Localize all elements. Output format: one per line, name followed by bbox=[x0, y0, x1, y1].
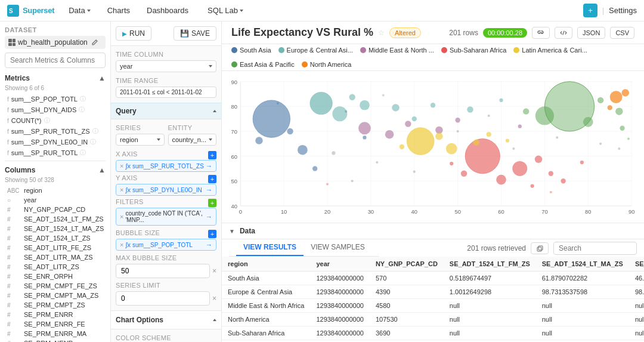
link-button[interactable] bbox=[532, 27, 550, 39]
bubble-arrow-icon[interactable]: → bbox=[206, 241, 212, 248]
tab-view-results[interactable]: VIEW RESULTS bbox=[236, 239, 304, 256]
columns-collapse-icon[interactable]: ▲ bbox=[98, 166, 106, 174]
column-item[interactable]: ABC region bbox=[5, 186, 106, 195]
star-icon[interactable]: ☆ bbox=[378, 29, 385, 37]
cell-se-adt-lt: null bbox=[629, 299, 644, 313]
metric-item[interactable]: f sum__SP_DYN_LE0O_IN ⓘ bbox=[5, 137, 106, 147]
table-row: North America 1293840000000 107530 null … bbox=[222, 313, 644, 326]
y-axis-arrow-icon[interactable]: → bbox=[206, 186, 212, 193]
column-item[interactable]: # NY_GNP_PCAP_CD bbox=[5, 205, 106, 214]
metric-info-icon[interactable]: ⓘ bbox=[44, 116, 50, 125]
nav-dashboards[interactable]: Dashboards bbox=[142, 0, 193, 21]
y-axis-field[interactable]: × ∫x sum__SP_DYN_LE0O_IN → bbox=[116, 184, 216, 196]
svg-point-63 bbox=[450, 162, 453, 165]
query-collapse-icon[interactable] bbox=[213, 110, 216, 112]
settings-button[interactable]: Settings bbox=[609, 6, 637, 15]
metric-info-icon[interactable]: ⓘ bbox=[92, 127, 98, 135]
metric-item[interactable]: f sum__SP_RUR_TOTL ⓘ bbox=[5, 147, 106, 158]
svg-point-91 bbox=[618, 147, 620, 150]
metrics-search-input[interactable] bbox=[5, 53, 106, 68]
y-axis-remove-icon[interactable]: × bbox=[120, 186, 123, 193]
svg-point-95 bbox=[550, 191, 552, 193]
data-header[interactable]: ▼ Data bbox=[222, 223, 644, 239]
column-item[interactable]: # SE_PRM_ENRR_MA bbox=[5, 329, 106, 338]
nav-sqllab[interactable]: SQL Lab bbox=[203, 0, 248, 21]
cell-se-adt-ma: 61.8790702282 bbox=[536, 272, 629, 285]
column-item[interactable]: # SE_PRM_CMPT_ZS bbox=[5, 300, 106, 310]
column-item[interactable]: # SE_PRM_CMPT_FE_ZS bbox=[5, 281, 106, 291]
series-select[interactable]: region bbox=[116, 134, 165, 146]
nav-data[interactable]: Data bbox=[64, 0, 95, 21]
filter-remove-icon[interactable]: × bbox=[120, 213, 123, 220]
save-button[interactable]: 💾 SAVE bbox=[174, 26, 216, 41]
data-search-input[interactable] bbox=[553, 242, 637, 255]
metric-item[interactable]: f sum__SP_POP_TOTL ⓘ bbox=[5, 94, 106, 104]
column-item[interactable]: ○ year bbox=[5, 195, 106, 205]
metric-info-icon[interactable]: ⓘ bbox=[90, 138, 96, 146]
column-item[interactable]: # SE_PRM_ENRR bbox=[5, 310, 106, 319]
x-axis-field[interactable]: × ∫x sum__SP_RUR_TOTL_ZS → bbox=[116, 160, 216, 172]
metric-item[interactable]: f COUNT(*) ⓘ bbox=[5, 115, 106, 126]
column-item[interactable]: # SE_PRM_ENRR_FE bbox=[5, 319, 106, 329]
svg-point-58 bbox=[535, 156, 542, 163]
x-axis-remove-icon[interactable]: × bbox=[120, 162, 123, 170]
y-axis-add-button[interactable]: + bbox=[208, 175, 216, 183]
svg-point-93 bbox=[382, 94, 385, 97]
column-item[interactable]: # SE_PRM_CMPT_MA_ZS bbox=[5, 291, 106, 300]
x-axis-arrow-icon[interactable]: → bbox=[206, 162, 212, 170]
col-type: # bbox=[7, 273, 21, 280]
chart-options-header[interactable]: Chart Options bbox=[111, 310, 221, 329]
bubble-size-field[interactable]: × ∫x sum__SP_POP_TOTL → bbox=[116, 239, 216, 251]
query-section-header[interactable]: Query bbox=[111, 103, 221, 119]
filter-field[interactable]: × country_code NOT IN ('TCA', 'MNP... → bbox=[116, 208, 216, 226]
filter-add-button[interactable]: + bbox=[208, 199, 216, 207]
csv-button[interactable]: CSV bbox=[610, 27, 634, 39]
nav-charts[interactable]: Charts bbox=[105, 0, 132, 21]
chart-options-chevron[interactable] bbox=[213, 319, 216, 321]
metric-info-icon[interactable]: ⓘ bbox=[79, 106, 85, 114]
json-button[interactable]: JSON bbox=[577, 27, 605, 39]
column-item[interactable]: # SE_ADT_LITR_FE_ZS bbox=[5, 243, 106, 252]
max-bubble-size-input[interactable] bbox=[116, 264, 210, 278]
column-item[interactable]: # SE_ADT_1524_LT_ZS bbox=[5, 233, 106, 243]
metric-info-icon[interactable]: ⓘ bbox=[80, 95, 86, 103]
col-type: ABC bbox=[7, 187, 21, 194]
metric-info-icon[interactable]: ⓘ bbox=[80, 149, 86, 157]
metrics-count: Showing 6 of 6 bbox=[5, 85, 106, 91]
time-range-select[interactable]: 2011-01-01 ≤ col < 2011-01-02 bbox=[116, 87, 216, 98]
metric-item[interactable]: f sum__SP_RUR_TOTL_ZS ⓘ bbox=[5, 126, 106, 137]
filter-arrow-icon[interactable]: → bbox=[206, 213, 212, 220]
metrics-collapse-icon[interactable]: ▲ bbox=[98, 74, 106, 82]
time-column-select[interactable]: year bbox=[116, 60, 216, 72]
series-value: region bbox=[120, 136, 138, 143]
bubble-add-button[interactable]: + bbox=[208, 230, 216, 238]
add-button[interactable]: + bbox=[583, 4, 597, 17]
series-limit-input[interactable] bbox=[116, 291, 210, 306]
svg-point-46 bbox=[467, 106, 473, 112]
column-item[interactable]: # SE_ADT_1524_LT_MA_ZS bbox=[5, 224, 106, 233]
entity-value: country_n... bbox=[172, 136, 206, 143]
column-item[interactable]: # SE_PRM_NENR bbox=[5, 338, 106, 342]
table-row: South Asia 1293840000000 570 0.518967449… bbox=[222, 272, 644, 285]
copy-button[interactable] bbox=[531, 242, 549, 254]
series-limit-clear-icon[interactable]: × bbox=[212, 294, 216, 303]
column-item[interactable]: # SE_ADT_LITR_MA_ZS bbox=[5, 252, 106, 262]
data-table-container: region year NY_GNP_PCAP_CD SE_ADT_1524_L… bbox=[222, 257, 644, 340]
col-header-ny-gnp: NY_GNP_PCAP_CD bbox=[370, 257, 444, 272]
max-bubble-clear-icon[interactable]: × bbox=[212, 267, 216, 275]
entity-select[interactable]: country_n... bbox=[168, 134, 217, 146]
embed-button[interactable] bbox=[555, 27, 572, 39]
metric-item[interactable]: f sum__SH_DYN_AIDS ⓘ bbox=[5, 104, 106, 115]
cell-region: South Asia bbox=[222, 272, 310, 285]
x-axis-add-button[interactable]: + bbox=[208, 151, 216, 159]
bubble-remove-icon[interactable]: × bbox=[120, 241, 123, 248]
run-button[interactable]: ▶ RUN bbox=[116, 26, 151, 41]
col-header-se-adt-fm: SE_ADT_1524_LT_FM_ZS bbox=[444, 257, 536, 272]
column-item[interactable]: # SE_ENR_ORPH bbox=[5, 272, 106, 281]
entity-col: ENTITY country_n... bbox=[168, 124, 217, 146]
column-item[interactable]: # SE_ADT_LITR_ZS bbox=[5, 262, 106, 272]
tab-view-samples[interactable]: VIEW SAMPLES bbox=[304, 239, 372, 256]
svg-point-44 bbox=[349, 94, 355, 100]
column-item[interactable]: # SE_ADT_1524_LT_FM_ZS bbox=[5, 214, 106, 224]
dataset-selector[interactable]: wb_health_population bbox=[5, 36, 106, 49]
